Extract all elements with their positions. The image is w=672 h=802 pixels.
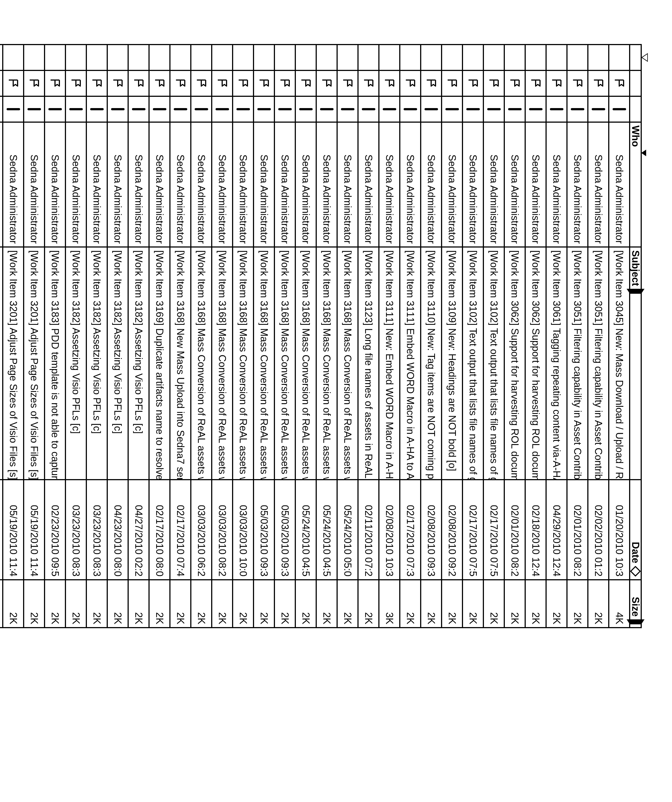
header-subject[interactable]: Subject	[630, 247, 641, 480]
row-mail-cell	[609, 97, 629, 123]
row-who: Sedna Administrator	[526, 123, 546, 247]
table-row[interactable]: Sedna Administrator [Work Item 3168] Mas…	[232, 45, 253, 627]
row-flag-cell[interactable]	[108, 71, 128, 97]
row-flag-cell[interactable]	[380, 71, 399, 97]
table-row[interactable]: Sedna Administrator [Work Item 3061] Tag…	[546, 45, 566, 627]
table-row[interactable]: Sedna Administrator [Work Item 3111] New…	[378, 45, 399, 627]
row-flag-cell[interactable]	[296, 71, 316, 97]
row-pin-cell	[275, 45, 295, 71]
row-mail-cell	[108, 97, 128, 123]
row-who: Sedna Administrator	[170, 123, 190, 247]
row-flag-cell[interactable]	[338, 71, 357, 97]
table-row[interactable]: Sedna Administrator [Work Item 3168] New…	[170, 45, 190, 627]
row-flag-cell[interactable]	[45, 71, 65, 97]
table-row[interactable]: Sedna Administrator [Work Item 3109] New…	[441, 45, 462, 627]
row-who: Sedna Administrator	[547, 123, 566, 247]
row-subject: [Work Item 3201] Adjust Page Sizes of Vi…	[3, 247, 23, 480]
table-row[interactable]: Sedna Administrator [Work Item 3051] Fil…	[566, 45, 587, 627]
row-pin-cell	[588, 45, 608, 71]
header-who[interactable]: Who	[630, 123, 641, 247]
table-row[interactable]: Sedna Administrator [Work Item 3123] Lon…	[357, 45, 378, 627]
row-flag-cell[interactable]	[0, 71, 2, 97]
header-date[interactable]: Date	[630, 480, 641, 580]
table-row[interactable]: Sedna Administrator [Work Item 3201] Adj…	[23, 45, 44, 627]
row-flag-cell[interactable]	[463, 71, 483, 97]
row-flag-cell[interactable]	[66, 71, 86, 97]
row-mail-cell	[191, 97, 211, 123]
flag-icon	[446, 78, 457, 89]
row-mail-cell	[338, 97, 357, 123]
table-row[interactable]: Sedna Administrator [Work Item 3182] Ass…	[86, 45, 107, 627]
header-flag-column[interactable]	[630, 71, 641, 97]
envelope-icon	[447, 108, 457, 110]
row-flag-cell[interactable]	[588, 71, 608, 97]
row-mail-cell	[588, 97, 608, 123]
row-flag-cell[interactable]	[24, 71, 44, 97]
table-row[interactable]: Sedna Administrator [Work Item 3051] Fil…	[587, 45, 608, 627]
table-row[interactable]: Sedna Administrator [Work Item 3168] Mas…	[274, 45, 295, 627]
row-size: 2K	[442, 580, 462, 627]
table-row[interactable]: Sedna Administrator [Work Item 3168] Mas…	[190, 45, 211, 627]
row-flag-cell[interactable]	[547, 71, 566, 97]
row-flag-cell[interactable]	[254, 71, 274, 97]
table-row[interactable]: Sedna Administrator [Work Item 3201] Adj…	[2, 45, 23, 627]
table-row[interactable]: Sedna Administrator [Work Item 3045] New…	[608, 45, 629, 627]
row-who: Sedna Administrator	[129, 123, 149, 247]
table-row[interactable]: Sedna Administrator [Work Item 3182] Ass…	[65, 45, 86, 627]
table-row[interactable]: Sedna Administrator [Work Item 3168] Mas…	[336, 45, 357, 627]
header-icon-column[interactable]	[630, 97, 641, 123]
row-subject: [Work Item 3111] Embed WORD Macro in A-H…	[401, 247, 420, 480]
row-mail-cell	[380, 97, 399, 123]
row-date: 02/02/2010 01:2	[588, 480, 608, 580]
row-flag-cell[interactable]	[212, 71, 232, 97]
row-flag-cell[interactable]	[233, 71, 253, 97]
row-flag-cell[interactable]	[401, 71, 420, 97]
table-row[interactable]: Sedna Administrator [Work Item 3111] Emb…	[399, 45, 420, 627]
envelope-icon	[175, 108, 185, 110]
table-row[interactable]: Sedna Administrator [Work Item 3168] Mas…	[316, 45, 336, 627]
table-row[interactable]: Sedna Administrator [Work Item 3182] Ass…	[107, 45, 128, 627]
table-row[interactable]: Sedna Administrator [Work Item 3182] Ass…	[128, 45, 149, 627]
row-flag-cell[interactable]	[191, 71, 211, 97]
row-flag-cell[interactable]	[87, 71, 107, 97]
row-flag-cell[interactable]	[484, 71, 504, 97]
header-pin-column[interactable]	[630, 45, 641, 71]
row-pin-cell	[421, 45, 441, 71]
table-row[interactable]: Sedna Administrator [Work Item 3168] Mas…	[295, 45, 316, 627]
table-row[interactable]: Sedna Administrator [Work Item 3102] Tex…	[462, 45, 483, 627]
row-date: 03/23/2010 08:3	[87, 480, 107, 580]
row-flag-cell[interactable]	[170, 71, 190, 97]
header-size[interactable]: Size	[630, 580, 641, 627]
row-flag-cell[interactable]	[505, 71, 525, 97]
row-who: Sedna Administrator	[254, 123, 274, 247]
table-row[interactable]: Sedna Administrator [Work Item 3183] PDD…	[44, 45, 65, 627]
envelope-icon	[531, 108, 541, 110]
row-flag-cell[interactable]	[359, 71, 378, 97]
row-mail-cell	[567, 97, 587, 123]
row-flag-cell[interactable]	[3, 71, 23, 97]
row-flag-cell[interactable]	[421, 71, 441, 97]
row-mail-cell	[66, 97, 86, 123]
table-row[interactable]: Sedna Administrator [Work Item 3168] Mas…	[253, 45, 274, 627]
row-flag-cell[interactable]	[150, 71, 170, 97]
row-flag-cell[interactable]	[275, 71, 295, 97]
row-pin-cell	[484, 45, 504, 71]
table-row[interactable]: Sedna Administrator [Work Item 3168] Mas…	[211, 45, 232, 627]
table-row[interactable]: Sedna Administrator [Work Item 3062] Sup…	[525, 45, 546, 627]
row-size: 2K	[3, 580, 23, 627]
envelope-icon	[468, 108, 478, 110]
table-row[interactable]: Sedna Administrator [Work Item 3169] Dup…	[149, 45, 170, 627]
row-flag-cell[interactable]	[129, 71, 149, 97]
envelope-icon	[259, 108, 269, 110]
row-flag-cell[interactable]	[442, 71, 462, 97]
envelope-icon	[71, 108, 81, 110]
table-row[interactable]: Sedna Administrator [Work Item 3201] Adj…	[0, 45, 2, 627]
table-row[interactable]: Sedna Administrator [Work Item 3102] Tex…	[483, 45, 504, 627]
table-row[interactable]: Sedna Administrator [Work Item 3062] Sup…	[504, 45, 525, 627]
row-size: 2K	[588, 580, 608, 627]
row-flag-cell[interactable]	[609, 71, 629, 97]
table-row[interactable]: Sedna Administrator [Work Item 3110] New…	[420, 45, 441, 627]
row-flag-cell[interactable]	[317, 71, 336, 97]
row-flag-cell[interactable]	[526, 71, 546, 97]
row-flag-cell[interactable]	[567, 71, 587, 97]
